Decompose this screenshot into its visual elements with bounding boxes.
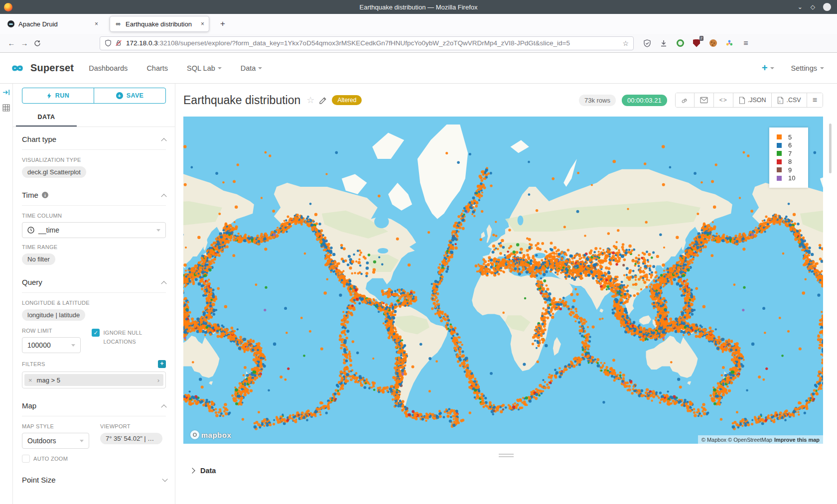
filter-box: × mag > 5 › xyxy=(22,372,166,388)
section-chart-type[interactable]: Chart type xyxy=(22,127,166,150)
edit-properties-icon[interactable] xyxy=(319,97,327,104)
pinwheel-extension-icon[interactable] xyxy=(723,37,736,50)
reload-button[interactable] xyxy=(31,37,44,50)
section-query[interactable]: Query xyxy=(22,270,166,293)
extension-green-icon[interactable] xyxy=(674,37,687,50)
window-close-icon[interactable]: ✕ xyxy=(823,3,831,11)
add-filter-button[interactable]: + xyxy=(158,360,166,368)
hamburger-icon: ≡ xyxy=(813,96,817,105)
cookie-extension-icon[interactable] xyxy=(706,37,719,50)
nav-data[interactable]: Data xyxy=(241,64,263,72)
info-icon: i xyxy=(42,192,48,198)
mapbox-logo[interactable]: O mapbox xyxy=(190,430,232,439)
insecure-lock-icon[interactable] xyxy=(115,39,122,47)
chevron-down-icon xyxy=(770,67,774,69)
collapse-panel-icon[interactable] xyxy=(2,89,10,96)
viewport-value[interactable]: 7° 35' 54.02" | 31... xyxy=(100,433,162,444)
bookmark-star-icon[interactable]: ☆ xyxy=(622,39,629,47)
save-button[interactable]: + SAVE xyxy=(94,88,165,103)
new-tab-button[interactable]: + xyxy=(216,19,229,29)
envelope-icon xyxy=(700,97,708,104)
time-column-select[interactable]: __time xyxy=(22,222,166,238)
settings-menu[interactable]: Settings xyxy=(791,64,824,72)
chevron-down-icon xyxy=(156,229,160,232)
clock-icon xyxy=(27,227,34,234)
run-button[interactable]: RUN xyxy=(22,88,94,103)
control-panel: RUN + SAVE DATA Chart type VISUALIZATION… xyxy=(13,84,175,504)
data-results-toggle[interactable]: Data xyxy=(175,467,837,475)
panel-resize-handle[interactable] xyxy=(499,454,514,457)
tab-apache-druid[interactable]: Apache Druid × xyxy=(3,16,103,32)
brand-name: Superset xyxy=(30,62,74,74)
legend-swatch xyxy=(777,143,782,148)
url-bar[interactable]: 172.18.0.3:32108/superset/explore/?form_… xyxy=(100,36,634,50)
protections-shield-icon[interactable] xyxy=(641,37,654,50)
superset-logo[interactable]: Superset xyxy=(8,62,74,75)
save-icon: + xyxy=(116,92,123,99)
downloads-icon[interactable] xyxy=(657,37,670,50)
map-canvas[interactable] xyxy=(183,117,823,444)
file-csv-icon: x xyxy=(777,97,784,104)
chart-area: Earthquake distribution ☆ Altered 73k ro… xyxy=(175,84,837,504)
window-maximize-icon[interactable]: ◇ xyxy=(811,3,815,10)
nav-dashboards[interactable]: Dashboards xyxy=(89,64,128,72)
ignore-null-checkbox[interactable]: ✓ xyxy=(92,329,100,337)
ublock-extension-icon[interactable]: 2 xyxy=(690,37,703,50)
map-style-select[interactable]: Outdoors xyxy=(22,433,89,449)
chart-menu-button[interactable]: ≡ xyxy=(807,93,823,107)
page-scrollbar-thumb[interactable] xyxy=(829,124,832,173)
altered-badge[interactable]: Altered xyxy=(332,95,362,105)
tab-close-icon[interactable]: × xyxy=(201,20,204,27)
chevron-right-icon[interactable]: › xyxy=(157,377,159,384)
section-point-size[interactable]: Point Size xyxy=(22,468,166,490)
deckgl-scatter-map[interactable]: 5 6 7 8 9 10 O mapbox © Mapbox © OpenStr… xyxy=(183,117,823,444)
tab-bar: Apache Druid × ∞ Earthquake distribution… xyxy=(0,14,837,34)
section-map[interactable]: Map xyxy=(22,393,166,416)
row-limit-label: ROW LIMIT xyxy=(22,328,81,334)
lonlat-value[interactable]: longitude | latitude xyxy=(22,309,85,321)
ignore-null-label: IGNORE NULL LOCATIONS xyxy=(103,329,166,346)
chevron-down-icon xyxy=(258,67,262,69)
favorite-star-icon[interactable]: ☆ xyxy=(306,95,314,106)
chevron-up-icon xyxy=(161,281,166,286)
link-icon xyxy=(681,97,689,104)
dataset-grid-icon[interactable] xyxy=(2,104,10,112)
window-minimize-icon[interactable]: ⌄ xyxy=(798,3,803,10)
chevron-down-icon xyxy=(71,344,75,347)
export-csv-button[interactable]: x .CSV xyxy=(771,93,806,107)
legend-swatch xyxy=(777,134,782,139)
filter-value: mag > 5 xyxy=(37,377,60,384)
nav-sql-lab[interactable]: SQL Lab xyxy=(187,64,222,72)
section-time[interactable]: Time i xyxy=(22,183,166,206)
viz-type-value[interactable]: deck.gl Scatterplot xyxy=(22,166,86,178)
auto-zoom-checkbox[interactable] xyxy=(22,455,30,463)
nav-charts[interactable]: Charts xyxy=(146,64,168,72)
mapbox-logo-icon: O xyxy=(190,430,199,439)
embed-code-button[interactable]: <> xyxy=(713,93,733,107)
remove-filter-icon[interactable]: × xyxy=(28,377,32,384)
tab-data[interactable]: DATA xyxy=(16,109,77,126)
chevron-up-icon xyxy=(161,194,166,199)
tab-close-icon[interactable]: × xyxy=(95,20,98,27)
forward-button[interactable]: → xyxy=(18,37,31,50)
export-json-button[interactable]: .JSON xyxy=(733,93,772,107)
shield-permissions-icon[interactable] xyxy=(105,39,112,47)
share-link-button[interactable] xyxy=(676,93,694,107)
firefox-menu-icon[interactable]: ≡ xyxy=(739,37,752,50)
filter-chip[interactable]: × mag > 5 › xyxy=(24,374,163,386)
row-limit-select[interactable]: 100000 xyxy=(22,337,81,353)
code-icon: <> xyxy=(719,97,727,104)
lonlat-label: LONGITUDE & LATITUDE xyxy=(22,300,166,306)
email-button[interactable] xyxy=(694,93,713,107)
window-title: Earthquake distribution — Mozilla Firefo… xyxy=(0,3,837,11)
time-range-value[interactable]: No filter xyxy=(22,253,55,265)
tab-earthquake-distribution[interactable]: ∞ Earthquake distribution × xyxy=(110,16,209,32)
new-item-button[interactable]: + xyxy=(762,62,774,74)
improve-map-link[interactable]: Improve this map xyxy=(774,437,820,443)
back-button[interactable]: ← xyxy=(5,37,18,50)
row-count-badge: 73k rows xyxy=(579,95,616,106)
chevron-down-icon xyxy=(218,67,222,69)
chevron-down-icon xyxy=(820,67,824,69)
superset-favicon-icon: ∞ xyxy=(115,20,122,27)
chevron-down-icon xyxy=(162,476,167,482)
